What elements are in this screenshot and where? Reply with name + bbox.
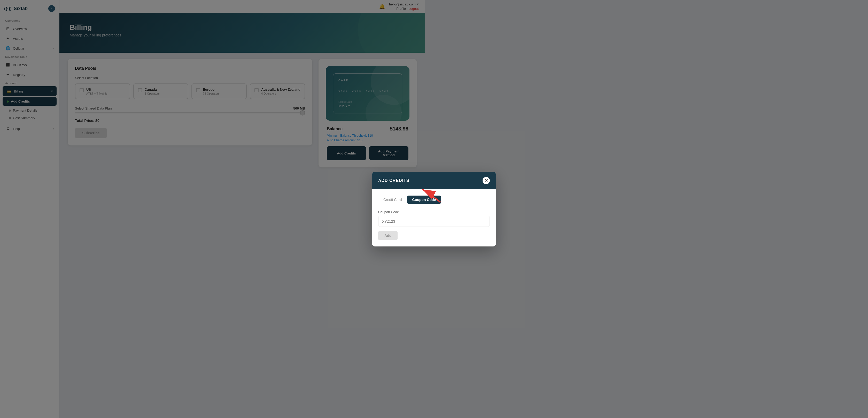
modal-header: ADD CREDITS ✕ <box>372 172 496 189</box>
modal-title: ADD CREDITS <box>378 178 409 183</box>
tab-credit-card[interactable]: Credit Card <box>378 196 407 204</box>
modal-close-button[interactable]: ✕ <box>483 177 490 184</box>
tab-coupon-code[interactable]: Coupon Code <box>407 196 441 204</box>
modal-body: Credit Card Coupon Code Coupon Code <box>372 189 496 246</box>
coupon-code-label: Coupon Code <box>378 210 490 214</box>
modal-overlay[interactable]: ADD CREDITS ✕ Credit Card Coupon Code <box>0 0 868 418</box>
add-credits-modal: ADD CREDITS ✕ Credit Card Coupon Code <box>372 172 496 246</box>
coupon-code-input[interactable] <box>378 216 490 227</box>
tab-row: Credit Card Coupon Code <box>378 196 490 204</box>
add-coupon-button[interactable]: Add <box>378 231 398 240</box>
